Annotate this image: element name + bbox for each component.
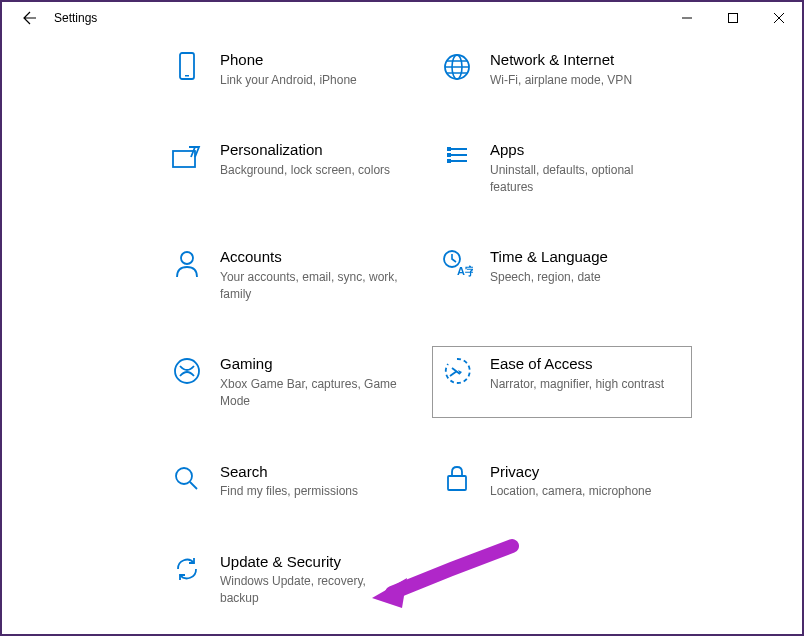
category-title: Time & Language (490, 247, 608, 267)
category-grid: PhoneLink your Android, iPhone Network &… (162, 42, 762, 615)
category-desc: Narrator, magnifier, high contrast (490, 376, 664, 393)
svg-rect-2 (185, 75, 189, 77)
category-gaming[interactable]: GamingXbox Game Bar, captures, Game Mode (162, 346, 422, 417)
window-title: Settings (54, 11, 97, 25)
titlebar: Settings (2, 2, 802, 34)
category-desc: Uninstall, defaults, optional features (490, 162, 670, 196)
phone-icon (170, 50, 204, 84)
category-desc: Link your Android, iPhone (220, 72, 357, 89)
svg-text:A字: A字 (457, 265, 473, 277)
category-desc: Wi-Fi, airplane mode, VPN (490, 72, 632, 89)
category-network[interactable]: Network & InternetWi-Fi, airplane mode, … (432, 42, 692, 96)
category-title: Ease of Access (490, 354, 664, 374)
svg-rect-7 (447, 153, 451, 157)
category-ease-of-access[interactable]: Ease of AccessNarrator, magnifier, high … (432, 346, 692, 417)
category-desc: Windows Update, recovery, backup (220, 573, 400, 607)
category-title: Apps (490, 140, 670, 160)
gaming-icon (170, 354, 204, 388)
ease-of-access-icon (440, 354, 474, 388)
apps-icon (440, 140, 474, 174)
category-personalization[interactable]: PersonalizationBackground, lock screen, … (162, 132, 422, 203)
person-icon (170, 247, 204, 281)
close-button[interactable] (756, 2, 802, 34)
minimize-icon (682, 13, 692, 23)
category-desc: Xbox Game Bar, captures, Game Mode (220, 376, 400, 410)
category-time-language[interactable]: A字 Time & LanguageSpeech, region, date (432, 239, 692, 310)
svg-rect-8 (447, 159, 451, 163)
globe-icon (440, 50, 474, 84)
back-button[interactable] (10, 2, 50, 34)
search-icon (170, 462, 204, 496)
svg-rect-0 (729, 14, 738, 23)
svg-point-9 (181, 252, 193, 264)
category-title: Personalization (220, 140, 390, 160)
close-icon (774, 13, 784, 23)
category-search[interactable]: SearchFind my files, permissions (162, 454, 422, 508)
category-privacy[interactable]: PrivacyLocation, camera, microphone (432, 454, 692, 508)
svg-point-12 (175, 359, 199, 383)
category-desc: Find my files, permissions (220, 483, 358, 500)
time-language-icon: A字 (440, 247, 474, 281)
category-desc: Background, lock screen, colors (220, 162, 390, 179)
maximize-icon (728, 13, 738, 23)
category-title: Search (220, 462, 358, 482)
category-desc: Location, camera, microphone (490, 483, 651, 500)
category-title: Network & Internet (490, 50, 632, 70)
maximize-button[interactable] (710, 2, 756, 34)
category-title: Gaming (220, 354, 400, 374)
settings-content: PhoneLink your Android, iPhone Network &… (2, 34, 802, 635)
svg-point-13 (176, 468, 192, 484)
category-title: Update & Security (220, 552, 400, 572)
category-update-security[interactable]: Update & SecurityWindows Update, recover… (162, 544, 422, 615)
minimize-button[interactable] (664, 2, 710, 34)
back-arrow-icon (22, 10, 38, 26)
category-desc: Speech, region, date (490, 269, 608, 286)
category-desc: Your accounts, email, sync, work, family (220, 269, 400, 303)
personalization-icon (170, 140, 204, 174)
svg-rect-6 (447, 147, 451, 151)
update-icon (170, 552, 204, 586)
category-title: Accounts (220, 247, 400, 267)
category-phone[interactable]: PhoneLink your Android, iPhone (162, 42, 422, 96)
category-apps[interactable]: AppsUninstall, defaults, optional featur… (432, 132, 692, 203)
category-accounts[interactable]: AccountsYour accounts, email, sync, work… (162, 239, 422, 310)
category-title: Phone (220, 50, 357, 70)
lock-icon (440, 462, 474, 496)
category-title: Privacy (490, 462, 651, 482)
svg-rect-14 (448, 476, 466, 490)
window-controls (664, 2, 802, 34)
